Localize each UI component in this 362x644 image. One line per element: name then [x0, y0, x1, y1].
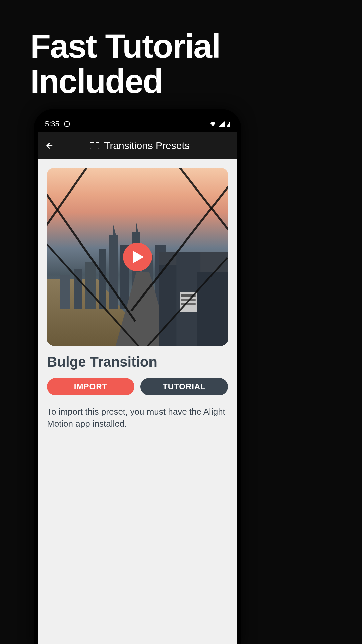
svg-marker-8	[136, 221, 138, 232]
button-row: IMPORT TUTORIAL	[47, 378, 228, 395]
wifi-icon	[209, 121, 217, 127]
svg-rect-17	[197, 272, 228, 346]
svg-rect-0	[60, 275, 70, 309]
app-bar: Transitions Presets	[38, 132, 237, 159]
import-button[interactable]: IMPORT	[47, 378, 134, 395]
arrow-left-icon	[45, 141, 54, 150]
signal-icon	[219, 121, 225, 127]
buildings-right-decor	[159, 252, 228, 346]
content-area: Bulge Transition IMPORT TUTORIAL To impo…	[38, 159, 237, 644]
status-left: 5:35	[45, 120, 70, 128]
play-button[interactable]	[123, 243, 152, 271]
play-icon	[133, 251, 144, 263]
status-app-icon	[64, 121, 70, 127]
battery-icon	[227, 121, 230, 127]
promo-heading: Fast Tutorial Included	[30, 29, 220, 99]
svg-rect-4	[109, 235, 118, 309]
preset-title: Bulge Transition	[47, 354, 228, 370]
preset-video-thumbnail[interactable]	[47, 168, 228, 346]
promo-heading-line1: Fast Tutorial	[30, 29, 220, 64]
app-bar-title: Transitions Presets	[104, 140, 190, 151]
svg-marker-5	[113, 225, 116, 235]
phone-frame: 5:35 Transitions Presets	[34, 109, 241, 644]
status-time: 5:35	[45, 120, 59, 128]
back-button[interactable]	[44, 140, 55, 151]
status-right	[209, 121, 230, 127]
svg-rect-2	[85, 262, 96, 309]
tutorial-button[interactable]: TUTORIAL	[140, 378, 228, 395]
app-bar-title-wrap: Transitions Presets	[61, 140, 219, 151]
promo-heading-line2: Included	[30, 64, 220, 99]
info-text: To import this preset, you must have the…	[47, 406, 228, 430]
status-bar: 5:35	[38, 116, 237, 132]
phone-screen: 5:35 Transitions Presets	[38, 116, 237, 644]
presets-icon	[90, 142, 99, 149]
